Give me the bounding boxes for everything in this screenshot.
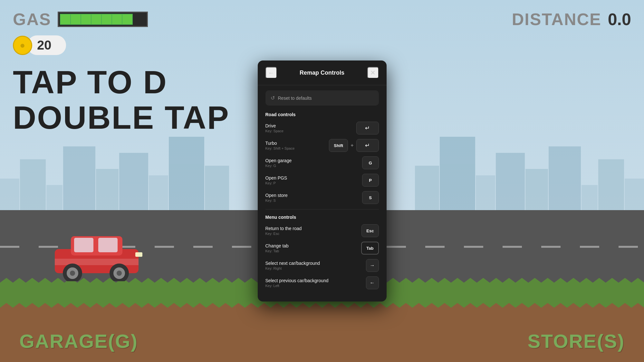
prev-car-control-info: Select previous car/background Key: Left bbox=[265, 278, 329, 288]
turbo-plus-sign: + bbox=[351, 143, 353, 148]
reset-icon: ↺ bbox=[271, 95, 275, 101]
return-road-control-row: Return to the road Key: Esc Esc bbox=[265, 224, 379, 237]
turbo-control-name: Turbo bbox=[265, 141, 295, 146]
modal-close-button[interactable]: ✕ bbox=[367, 67, 379, 79]
back-icon: ← bbox=[268, 69, 274, 77]
open-store-control-info: Open store Key: S bbox=[265, 193, 288, 202]
turbo-space-key-button[interactable]: ↵ bbox=[356, 139, 379, 152]
return-road-control-name: Return to the road bbox=[265, 226, 302, 231]
return-road-control-info: Return to the road Key: Esc bbox=[265, 226, 302, 236]
turbo-shift-key-button[interactable]: Shift bbox=[329, 139, 348, 152]
return-road-control-key: Key: Esc bbox=[265, 232, 302, 236]
open-pgs-control-info: Open PGS Key: P bbox=[265, 175, 287, 185]
prev-car-control-row: Select previous car/background Key: Left… bbox=[265, 276, 379, 289]
open-garage-control-name: Open garage bbox=[265, 158, 292, 163]
remap-controls-modal: ← Remap Controls ✕ ↺ Reset to defaults R… bbox=[258, 60, 387, 302]
turbo-key-icon: ↵ bbox=[365, 142, 370, 149]
modal-header: ← Remap Controls ✕ bbox=[258, 60, 387, 85]
reset-label: Reset to defaults bbox=[278, 96, 312, 101]
section-divider bbox=[265, 209, 379, 209]
turbo-control-row: Turbo Key: Shift + Space Shift + ↵ bbox=[265, 139, 379, 152]
open-garage-control-key: Key: G bbox=[265, 164, 292, 168]
next-car-control-row: Select next car/background Key: Right → bbox=[265, 259, 379, 272]
drive-control-row: Drive Key: Space ↵ bbox=[265, 122, 379, 135]
next-car-key-button[interactable]: → bbox=[366, 259, 379, 272]
return-road-key-button[interactable]: Esc bbox=[361, 224, 379, 237]
change-tab-key-button[interactable]: Tab bbox=[361, 242, 379, 255]
open-garage-control-info: Open garage Key: G bbox=[265, 158, 292, 168]
open-pgs-control-key: Key: P bbox=[265, 181, 287, 185]
open-store-key-button[interactable]: S bbox=[362, 191, 379, 204]
modal-body: ↺ Reset to defaults Road controls Drive … bbox=[258, 85, 387, 302]
modal-overlay: ← Remap Controls ✕ ↺ Reset to defaults R… bbox=[0, 0, 644, 362]
open-garage-control-row: Open garage Key: G G bbox=[265, 156, 379, 169]
drive-control-name: Drive bbox=[265, 123, 284, 128]
prev-car-key-button[interactable]: ← bbox=[366, 276, 379, 289]
change-tab-control-row: Change tab Key: Tab Tab bbox=[265, 242, 379, 255]
modal-title: Remap Controls bbox=[300, 70, 344, 76]
drive-control-key: Key: Space bbox=[265, 129, 284, 133]
change-tab-control-key: Key: Tab bbox=[265, 249, 289, 253]
drive-key-button[interactable]: ↵ bbox=[356, 122, 379, 135]
next-car-control-key: Key: Right bbox=[265, 266, 320, 270]
prev-car-control-key: Key: Left bbox=[265, 284, 329, 288]
drive-control-info: Drive Key: Space bbox=[265, 123, 284, 133]
open-pgs-control-name: Open PGS bbox=[265, 175, 287, 181]
drive-key-icon: ↵ bbox=[365, 125, 370, 132]
road-controls-section-title: Road controls bbox=[265, 112, 379, 117]
open-pgs-key-button[interactable]: P bbox=[362, 174, 379, 187]
next-car-control-info: Select next car/background Key: Right bbox=[265, 261, 320, 270]
reset-to-defaults-button[interactable]: ↺ Reset to defaults bbox=[265, 90, 379, 106]
menu-controls-section-title: Menu controls bbox=[265, 215, 379, 220]
open-store-control-row: Open store Key: S S bbox=[265, 191, 379, 204]
modal-back-button[interactable]: ← bbox=[265, 67, 277, 79]
prev-car-control-name: Select previous car/background bbox=[265, 278, 329, 283]
change-tab-control-info: Change tab Key: Tab bbox=[265, 243, 289, 253]
close-icon: ✕ bbox=[370, 69, 376, 77]
open-store-control-name: Open store bbox=[265, 193, 288, 198]
change-tab-control-name: Change tab bbox=[265, 243, 289, 248]
turbo-control-key: Key: Shift + Space bbox=[265, 146, 295, 150]
next-car-control-name: Select next car/background bbox=[265, 261, 320, 266]
turbo-key-combo: Shift + ↵ bbox=[329, 139, 379, 152]
turbo-control-info: Turbo Key: Shift + Space bbox=[265, 141, 295, 150]
open-garage-key-button[interactable]: G bbox=[362, 156, 379, 169]
open-pgs-control-row: Open PGS Key: P P bbox=[265, 174, 379, 187]
open-store-control-key: Key: S bbox=[265, 199, 288, 202]
